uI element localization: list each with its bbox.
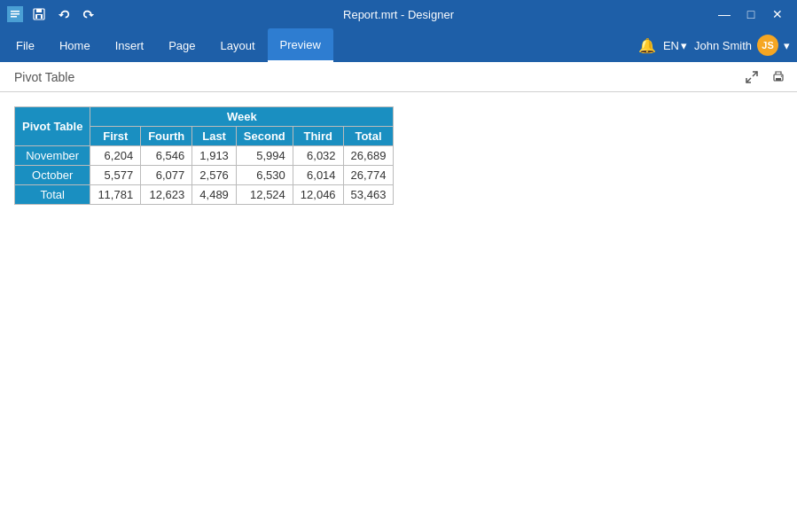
cell-nov-fourth: 6,546 [141, 146, 192, 166]
svg-rect-2 [11, 13, 20, 15]
menu-page[interactable]: Page [156, 28, 207, 62]
cell-total-fourth: 12,623 [141, 185, 192, 205]
cell-oct-first: 5,577 [90, 166, 141, 185]
cell-oct-third: 6,014 [293, 166, 343, 185]
app-icon [7, 6, 23, 22]
user-dropdown-icon: ▾ [784, 39, 790, 52]
col-header-last: Last [192, 127, 237, 146]
cell-total-last: 4,489 [192, 185, 237, 205]
pivot-table: Pivot Table Week First Fourth Last Secon… [14, 106, 394, 205]
maximize-button[interactable]: □ [738, 2, 763, 27]
menu-items: File Home Insert Page Layout Preview [4, 28, 333, 62]
menu-file[interactable]: File [4, 28, 47, 62]
notifications-icon[interactable]: 🔔 [638, 37, 656, 54]
menu-right: 🔔 EN ▾ John Smith JS ▾ [638, 28, 793, 62]
table-header-row-1: Pivot Table Week [15, 107, 394, 127]
svg-rect-1 [11, 11, 20, 12]
menu-home[interactable]: Home [47, 28, 103, 62]
col-header-second: Second [236, 127, 293, 146]
svg-rect-3 [11, 16, 17, 18]
cell-oct-second: 6,530 [236, 166, 293, 185]
user-name: John Smith [694, 39, 752, 52]
week-group-header: Week [90, 107, 394, 127]
col-header-first: First [90, 127, 141, 146]
cell-nov-total: 26,689 [343, 146, 394, 166]
col-header-total: Total [343, 127, 394, 146]
svg-rect-7 [37, 15, 41, 19]
pivot-table-container: Pivot Table Week First Fourth Last Secon… [14, 106, 394, 205]
cell-nov-last: 1,913 [192, 146, 237, 166]
cell-nov-third: 6,032 [293, 146, 343, 166]
content-area: Pivot Table Week First Fourth Last Secon… [0, 92, 797, 532]
language-label: EN [663, 39, 679, 52]
menu-bar: File Home Insert Page Layout Preview 🔔 E… [0, 28, 797, 62]
language-selector[interactable]: EN ▾ [663, 39, 687, 52]
window-title: Report.mrt - Designer [343, 8, 454, 21]
menu-layout[interactable]: Layout [208, 28, 268, 62]
row-total: Total [15, 185, 90, 205]
secondary-toolbar: Pivot Table [0, 62, 797, 92]
table-row-total: Total 11,781 12,623 4,489 12,524 12,046 … [15, 185, 394, 205]
user-menu[interactable]: John Smith JS ▾ [694, 35, 790, 56]
cell-total-second: 12,524 [236, 185, 293, 205]
svg-rect-5 [36, 9, 42, 12]
col-header-third: Third [293, 127, 343, 146]
table-row: November 6,204 6,546 1,913 5,994 6,032 2… [15, 146, 394, 166]
page-title: Pivot Table [14, 70, 74, 84]
expand-button[interactable] [740, 66, 763, 89]
col-header-fourth: Fourth [141, 127, 192, 146]
quick-access-toolbar [28, 4, 99, 25]
cell-nov-second: 5,994 [236, 146, 293, 166]
save-button[interactable] [28, 4, 50, 25]
title-bar-left [7, 4, 99, 25]
cell-oct-last: 2,576 [192, 166, 237, 185]
close-button[interactable]: ✕ [765, 2, 790, 27]
cell-total-total: 53,463 [343, 185, 394, 205]
svg-point-12 [781, 75, 783, 77]
user-avatar: JS [757, 35, 778, 56]
cell-total-first: 11,781 [90, 185, 141, 205]
window-controls: — □ ✕ [712, 2, 790, 27]
print-button[interactable] [767, 66, 790, 89]
cell-total-third: 12,046 [293, 185, 343, 205]
corner-header: Pivot Table [15, 107, 90, 146]
svg-rect-11 [776, 78, 781, 81]
redo-button[interactable] [78, 4, 99, 25]
undo-button[interactable] [53, 4, 74, 25]
cell-nov-first: 6,204 [90, 146, 141, 166]
menu-insert[interactable]: Insert [103, 28, 157, 62]
minimize-button[interactable]: — [712, 2, 737, 27]
lang-dropdown-icon: ▾ [681, 39, 687, 52]
row-november: November [15, 146, 90, 166]
row-october: October [15, 166, 90, 185]
title-bar: Report.mrt - Designer — □ ✕ [0, 0, 797, 28]
cell-oct-fourth: 6,077 [141, 166, 192, 185]
table-row: October 5,577 6,077 2,576 6,530 6,014 26… [15, 166, 394, 185]
menu-preview[interactable]: Preview [268, 28, 333, 62]
cell-oct-total: 26,774 [343, 166, 394, 185]
